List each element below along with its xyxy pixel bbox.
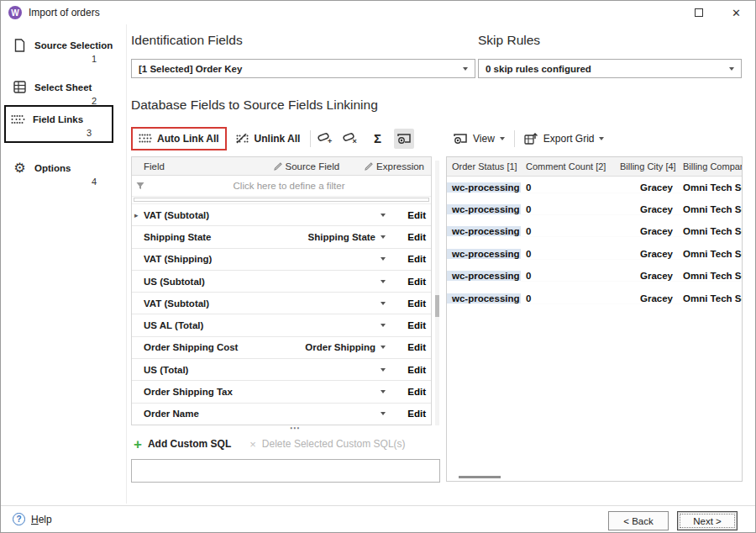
next-button[interactable]: Next > xyxy=(677,511,738,530)
field-link-row[interactable]: ▸ VAT (Subtotal) Edit xyxy=(132,204,431,226)
identification-fields-title: Identification Fields xyxy=(131,33,243,48)
order-status-cell: wc-processing xyxy=(447,293,521,304)
source-field-dropdown-icon[interactable] xyxy=(381,257,386,261)
auto-link-all-label: Auto Link All xyxy=(157,133,219,145)
order-status-cell: wc-processing xyxy=(447,182,521,193)
field-link-row[interactable]: ▸ VAT (Shipping) Edit xyxy=(132,249,431,271)
source-field-dropdown-icon[interactable] xyxy=(381,390,386,393)
sidebar-item-options[interactable]: ⚙ Options 4 xyxy=(8,156,117,190)
field-table-vscrollbar[interactable] xyxy=(435,161,439,425)
field-table-hscrollbar[interactable] xyxy=(132,197,431,204)
help-button[interactable]: ? Help xyxy=(13,513,52,525)
column-order-status[interactable]: Order Status [1] xyxy=(447,161,521,172)
add-custom-sql-button[interactable]: + Add Custom SQL xyxy=(134,437,231,451)
step-number: 3 xyxy=(11,128,107,138)
chevron-down-icon xyxy=(463,67,468,71)
data-grid-row[interactable]: wc-processing 0 Gracey Omni Tech Solut xyxy=(447,243,742,265)
column-billing-city[interactable]: Billing City [4] xyxy=(615,161,678,172)
scrollbar-thumb[interactable] xyxy=(435,295,439,317)
add-link-button[interactable]: + xyxy=(315,129,335,149)
column-billing-company[interactable]: Billing Company xyxy=(678,161,742,172)
add-custom-sql-label: Add Custom SQL xyxy=(148,438,231,450)
chevron-down-icon xyxy=(729,67,734,71)
field-link-row[interactable]: ▸ US (Subtotal) Edit xyxy=(132,271,431,293)
identification-fields-dropdown[interactable]: [1 Selected] Order Key xyxy=(131,59,475,78)
field-link-row[interactable]: ▸ Order Shipping Cost Order Shipping Edi… xyxy=(132,337,431,359)
data-grid-row[interactable]: wc-processing 0 Gracey Omni Tech Solut xyxy=(447,198,742,220)
sidebar-item-source-selection[interactable]: Source Selection 1 xyxy=(8,33,117,67)
edit-expression-link[interactable]: Edit xyxy=(391,298,426,309)
data-grid-row[interactable]: wc-processing 0 Gracey Omni Tech Solut xyxy=(447,288,742,309)
source-field-dropdown-icon[interactable] xyxy=(381,368,386,372)
table-resize-handle[interactable]: ⋯ xyxy=(278,422,312,434)
source-field-dropdown-icon[interactable] xyxy=(381,302,386,305)
field-link-row[interactable]: ▸ VAT (Subtotal) Edit xyxy=(132,293,431,314)
expression-sigma-button[interactable]: Σ xyxy=(367,129,387,149)
source-field-dropdown-icon[interactable] xyxy=(381,324,386,327)
x-icon: × xyxy=(249,438,256,451)
filter-row[interactable]: Click here to define a filter xyxy=(132,176,431,197)
pencil-icon xyxy=(274,162,282,171)
source-field-dropdown-icon[interactable] xyxy=(381,346,386,349)
import-orders-dialog: W Import of orders ✕ Source Selection 1 … xyxy=(0,0,756,533)
field-link-row[interactable]: ▸ Order Shipping Tax Edit xyxy=(132,381,431,403)
view-eye-icon xyxy=(453,133,468,145)
edit-expression-link[interactable]: Edit xyxy=(391,277,426,287)
billing-city-cell: Gracey xyxy=(615,271,678,282)
source-field-column-header[interactable]: Source Field xyxy=(274,161,365,172)
edit-expression-link[interactable]: Edit xyxy=(391,210,426,220)
edit-expression-link[interactable]: Edit xyxy=(391,409,426,419)
back-button[interactable]: < Back xyxy=(608,511,669,530)
source-field-dropdown-icon[interactable] xyxy=(381,235,386,239)
db-field-name: Order Shipping Cost xyxy=(144,342,305,352)
edit-expression-link[interactable]: Edit xyxy=(391,365,426,375)
source-field-dropdown-icon[interactable] xyxy=(381,214,386,217)
field-link-row[interactable]: ▸ US (Total) Edit xyxy=(132,359,431,381)
field-column-header[interactable]: Field xyxy=(144,161,274,172)
help-label: Help xyxy=(31,514,52,525)
delete-custom-sql-button[interactable]: × Delete Selected Custom SQL(s) xyxy=(249,438,405,451)
remove-link-button[interactable]: × xyxy=(340,129,360,149)
plus-icon: + xyxy=(134,437,142,451)
sidebar-item-field-links[interactable]: Field Links 3 xyxy=(4,105,113,143)
comment-count-cell: 0 xyxy=(521,226,615,237)
order-status-cell: wc-processing xyxy=(447,249,521,260)
source-field-dropdown-icon[interactable] xyxy=(381,412,386,415)
auto-link-all-button[interactable]: Auto Link All xyxy=(131,127,227,150)
billing-city-cell: Gracey xyxy=(615,249,678,260)
sidebar-item-select-sheet[interactable]: Select Sheet 2 xyxy=(8,75,117,109)
billing-city-cell: Gracey xyxy=(615,293,678,304)
step-label: Options xyxy=(34,163,71,173)
maximize-button[interactable] xyxy=(680,1,717,24)
data-grid-row[interactable]: wc-processing 0 Gracey Omni Tech Solut xyxy=(447,266,742,288)
data-grid-rows: wc-processing 0 Gracey Omni Tech Solut w… xyxy=(447,177,742,309)
data-grid-toolbar: View Export Grid xyxy=(448,125,609,151)
maximize-icon xyxy=(695,8,703,17)
edit-expression-link[interactable]: Edit xyxy=(391,342,426,352)
custom-sql-input[interactable] xyxy=(131,459,440,483)
preview-toggle-button[interactable] xyxy=(394,129,414,149)
view-menu-button[interactable]: View xyxy=(448,129,510,148)
filter-placeholder: Click here to define a filter xyxy=(147,181,431,191)
edit-expression-link[interactable]: Edit xyxy=(391,254,426,264)
edit-expression-link[interactable]: Edit xyxy=(391,320,426,330)
skip-rules-dropdown[interactable]: 0 skip rules configured xyxy=(478,59,742,78)
unlink-all-button[interactable]: Unlink All xyxy=(230,129,307,149)
edit-expression-link[interactable]: Edit xyxy=(391,232,426,242)
db-field-name: US (Total) xyxy=(144,365,375,375)
field-link-row[interactable]: ▸ US AL (Total) Edit xyxy=(132,314,431,336)
close-button[interactable]: ✕ xyxy=(717,1,755,24)
export-grid-button[interactable]: Export Grid xyxy=(519,129,610,148)
data-grid-row[interactable]: wc-processing 0 Gracey Omni Tech Solut xyxy=(447,221,742,243)
linking-section-title: Database Fields to Source Fields Linkini… xyxy=(131,98,378,113)
edit-expression-link[interactable]: Edit xyxy=(391,387,426,397)
field-link-row[interactable]: ▸ Shipping State Shipping State Edit xyxy=(132,226,431,248)
expression-column-header[interactable]: Expression xyxy=(365,161,424,172)
field-links-table: Field Source Field Expression Click here… xyxy=(131,156,432,425)
export-grid-label: Export Grid xyxy=(543,133,595,145)
data-grid-hscrollbar[interactable] xyxy=(459,476,501,478)
billing-city-cell: Gracey xyxy=(615,226,678,237)
data-grid-row[interactable]: wc-processing 0 Gracey Omni Tech Solut xyxy=(447,177,742,198)
source-field-dropdown-icon[interactable] xyxy=(381,280,386,283)
column-comment-count[interactable]: Comment Count [2] xyxy=(521,161,615,172)
